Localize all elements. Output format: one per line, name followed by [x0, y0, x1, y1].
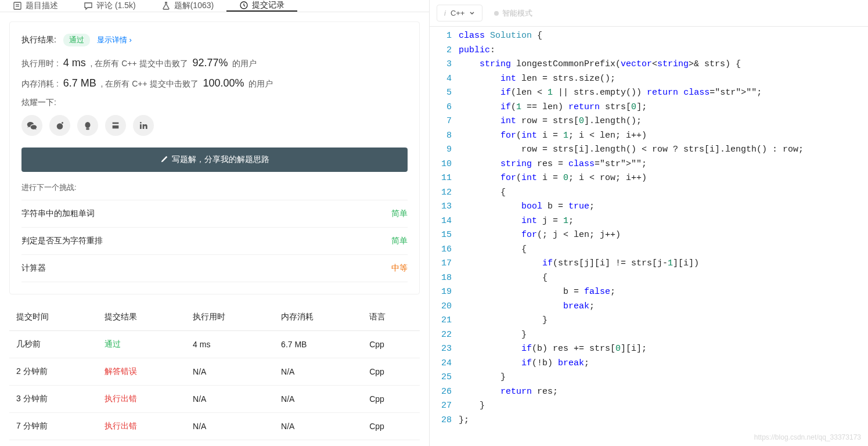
- tab-description[interactable]: 题目描述: [0, 0, 71, 12]
- right-panel: i C++ 智能模式 12345678910111213141516171819…: [430, 0, 868, 446]
- code-editor[interactable]: 1234567891011121314151617181920212223242…: [430, 27, 868, 446]
- svg-point-6: [85, 122, 91, 128]
- tab-label: 题解(1063): [174, 1, 214, 11]
- result-label: 执行结果:: [21, 35, 56, 45]
- table-header: 提交时间: [9, 304, 98, 331]
- memory-stat: 内存消耗 : 6.7 MB , 在所有 C++ 提交中击败了 100.00% 的…: [21, 77, 408, 89]
- write-solution-button[interactable]: 写题解，分享我的解题思路: [21, 148, 408, 172]
- tab-solutions[interactable]: 题解(1063): [149, 0, 226, 12]
- left-panel: 题目描述 评论 (1.5k) 题解(1063) 提交记录 执行结果: 通过 显示…: [0, 0, 430, 446]
- challenge-list: 字符串中的加粗单词简单判定是否互为字符重排简单计算器中等: [21, 200, 408, 282]
- challenge-item[interactable]: 计算器中等: [21, 255, 408, 282]
- pencil-icon: [160, 155, 168, 165]
- detail-link[interactable]: 显示详情 ›: [97, 35, 132, 45]
- info-icon: i: [444, 9, 446, 17]
- share-icons: [21, 115, 408, 136]
- weibo-icon[interactable]: [49, 115, 70, 136]
- table-row[interactable]: 几秒前通过4 ms6.7 MBCpp: [9, 331, 420, 358]
- tab-submissions[interactable]: 提交记录: [226, 0, 297, 12]
- flask-icon: [161, 1, 171, 10]
- table-row[interactable]: 2 分钟前解答错误N/AN/ACpp: [9, 358, 420, 386]
- table-header: 内存消耗: [274, 304, 362, 331]
- editor-toolbar: i C++ 智能模式: [430, 0, 868, 27]
- share-label: 炫耀一下:: [21, 98, 408, 108]
- mode-indicator: 智能模式: [494, 8, 532, 19]
- svg-point-5: [62, 122, 63, 124]
- svg-rect-10: [140, 124, 142, 129]
- linkedin-icon[interactable]: [133, 115, 154, 136]
- comment-icon: [84, 1, 93, 10]
- tab-label: 评论 (1.5k): [96, 1, 136, 11]
- code-content[interactable]: class Solution {public: string longestCo…: [459, 29, 868, 446]
- table-header: 提交结果: [98, 304, 186, 331]
- table-row[interactable]: 7 分钟前执行出错N/AN/ACpp: [9, 413, 420, 440]
- chevron-down-icon: [469, 9, 475, 17]
- svg-point-4: [57, 123, 63, 130]
- svg-rect-8: [113, 123, 119, 124]
- challenge-item[interactable]: 判定是否互为字符重排简单: [21, 228, 408, 255]
- tab-comments[interactable]: 评论 (1.5k): [71, 0, 149, 12]
- next-challenge-label: 进行下一个挑战:: [21, 182, 408, 193]
- status-dot-icon: [494, 11, 499, 16]
- watermark: https://blog.csdn.net/qq_33373173: [754, 433, 861, 441]
- wechat-icon[interactable]: [21, 115, 42, 136]
- svg-rect-0: [14, 2, 21, 9]
- table-header: 语言: [362, 304, 420, 331]
- result-card: 执行结果: 通过 显示详情 › 执行用时 : 4 ms , 在所有 C++ 提交…: [9, 21, 420, 294]
- status-badge: 通过: [63, 34, 90, 46]
- tab-label: 提交记录: [252, 0, 284, 10]
- tab-label: 题目描述: [26, 1, 58, 11]
- svg-point-11: [140, 122, 142, 124]
- challenge-item[interactable]: 字符串中的加粗单词简单: [21, 200, 408, 228]
- tabs: 题目描述 评论 (1.5k) 题解(1063) 提交记录: [0, 0, 429, 12]
- submission-table: 提交时间提交结果执行用时内存消耗语言 几秒前通过4 ms6.7 MBCpp2 分…: [9, 304, 420, 440]
- line-gutter: 1234567891011121314151617181920212223242…: [430, 29, 459, 446]
- description-icon: [13, 1, 22, 10]
- svg-rect-9: [113, 125, 119, 128]
- clock-icon: [239, 1, 248, 10]
- table-row[interactable]: 3 分钟前执行出错N/AN/ACpp: [9, 386, 420, 413]
- table-header: 执行用时: [186, 304, 274, 331]
- svg-point-7: [86, 128, 89, 130]
- douban-icon[interactable]: [105, 115, 126, 136]
- language-selector[interactable]: i C++: [437, 5, 482, 21]
- qq-icon[interactable]: [77, 115, 98, 136]
- runtime-stat: 执行用时 : 4 ms , 在所有 C++ 提交中击败了 92.77% 的用户: [21, 57, 408, 69]
